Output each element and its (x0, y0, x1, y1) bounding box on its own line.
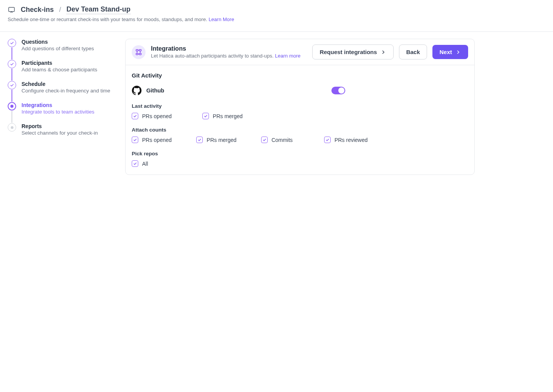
step-status-icon (8, 123, 16, 132)
step-participants[interactable]: Participants Add teams & choose particip… (8, 60, 115, 81)
group-label: Attach counts (132, 127, 468, 133)
step-list: Questions Add questions of different typ… (8, 39, 115, 175)
integrations-card: Integrations Let Hatica auto-attach part… (125, 39, 475, 175)
chevron-right-icon (380, 49, 386, 55)
step-schedule[interactable]: Schedule Configure check-in frequency an… (8, 81, 115, 102)
github-icon (132, 86, 142, 96)
step-status-icon (8, 60, 16, 68)
card-title: Integrations (151, 45, 307, 52)
checkbox-prs-merged[interactable]: PRs merged (202, 113, 243, 119)
breadcrumb: Check-ins / Dev Team Stand-up (8, 5, 545, 14)
step-status-icon (8, 81, 16, 89)
page-header: Check-ins / Dev Team Stand-up Schedule o… (0, 0, 553, 27)
step-desc: Select channels for your check-in (22, 130, 98, 136)
step-desc: Add questions of different types (22, 46, 94, 51)
svg-rect-4 (139, 53, 141, 55)
breadcrumb-separator: / (59, 6, 61, 14)
checkbox-commits[interactable]: Commits (261, 137, 300, 143)
page-subtitle: Schedule one-time or recurrant check-ins… (8, 16, 545, 22)
step-questions[interactable]: Questions Add questions of different typ… (8, 39, 115, 60)
checkbox-prs-reviewed[interactable]: PRs reviewed (324, 137, 368, 143)
card-learn-more-link[interactable]: Learn more (275, 53, 300, 59)
breadcrumb-root[interactable]: Check-ins (21, 6, 54, 14)
provider-name: Github (146, 87, 164, 94)
step-desc: Configure check-in frequency and time (22, 88, 110, 94)
checkbox-all-repos[interactable]: All (132, 160, 170, 167)
provider-row: Github (132, 86, 468, 96)
card-subtitle: Let Hatica auto-attach participants acti… (151, 53, 307, 59)
pick-repos-group: Pick repos All (132, 151, 468, 167)
step-title: Schedule (22, 81, 110, 87)
breadcrumb-current[interactable]: Dev Team Stand-up (66, 5, 131, 14)
back-button[interactable]: Back (399, 44, 427, 59)
svg-rect-3 (136, 53, 138, 55)
github-toggle[interactable] (331, 87, 345, 94)
step-title: Participants (22, 60, 97, 66)
step-status-icon (8, 39, 16, 47)
last-activity-group: Last activity PRs opened PRs merged (132, 103, 468, 119)
checkbox-prs-opened[interactable]: PRs opened (132, 137, 172, 143)
svg-rect-1 (136, 49, 138, 51)
page-description: Schedule one-time or recurrant check-ins… (8, 16, 209, 22)
step-status-icon (8, 102, 16, 110)
attach-counts-group: Attach counts PRs opened PRs merged C (132, 127, 468, 143)
step-desc: Add teams & choose participants (22, 67, 97, 72)
step-title: Integrations (22, 102, 94, 108)
checkbox-prs-opened[interactable]: PRs opened (132, 113, 172, 119)
svg-rect-0 (9, 7, 15, 12)
step-integrations[interactable]: Integrations Integrate tools to team act… (8, 102, 115, 123)
svg-rect-2 (139, 49, 141, 51)
group-label: Last activity (132, 103, 468, 109)
step-desc: Integrate tools to team activities (22, 109, 94, 115)
request-integrations-button[interactable]: Request integrations (312, 44, 393, 59)
learn-more-link[interactable]: Learn More (209, 16, 234, 22)
group-label: Pick repos (132, 151, 468, 156)
chevron-right-icon (455, 49, 461, 55)
git-activity-title: Git Activity (132, 72, 468, 79)
chat-icon (8, 6, 15, 14)
step-title: Questions (22, 39, 94, 45)
step-reports[interactable]: Reports Select channels for your check-i… (8, 123, 115, 144)
card-header: Integrations Let Hatica auto-attach part… (126, 39, 474, 65)
integrations-icon (132, 45, 146, 59)
next-button[interactable]: Next (432, 45, 468, 59)
checkbox-prs-merged[interactable]: PRs merged (196, 137, 237, 143)
step-title: Reports (22, 123, 98, 129)
